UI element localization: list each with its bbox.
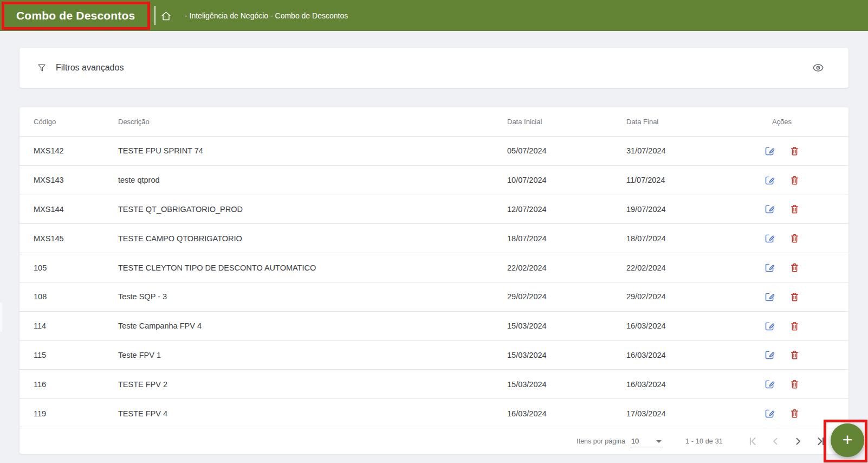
edit-button[interactable] — [763, 407, 776, 420]
add-button[interactable]: + — [831, 423, 864, 457]
cell-data-inicial: 15/03/2024 — [507, 380, 626, 389]
table-row: 116 TESTE FPV 2 15/03/2024 16/03/2024 — [20, 370, 848, 399]
trash-icon — [789, 408, 800, 419]
chevron-right-icon — [793, 436, 804, 447]
cell-data-inicial: 29/02/2024 — [507, 292, 626, 301]
cell-codigo: 119 — [34, 409, 118, 418]
edit-icon — [764, 203, 775, 215]
filter-icon — [37, 63, 47, 73]
edit-icon — [764, 408, 775, 419]
edit-button[interactable] — [763, 349, 776, 362]
table-row: MXS144 TESTE QT_OBRIGATORIO_PROD 12/07/2… — [20, 195, 848, 224]
cell-codigo: 114 — [34, 321, 118, 330]
cell-acoes — [746, 144, 848, 157]
table-row: 114 Teste Campanha FPV 4 15/03/2024 16/0… — [20, 312, 848, 341]
last-page-button[interactable] — [809, 430, 832, 452]
delete-button[interactable] — [788, 173, 801, 187]
advanced-filters-label: Filtros avançados — [56, 63, 124, 73]
cell-data-final: 19/07/2024 — [626, 205, 746, 214]
home-button[interactable] — [159, 9, 172, 22]
column-header-acoes: Ações — [746, 118, 848, 126]
cell-acoes — [746, 203, 848, 216]
table-header-row: Código Descrição Data Inicial Data Final… — [20, 107, 848, 137]
cell-acoes — [746, 319, 848, 332]
table-pagination: Itens por página 10 1 - 10 de 31 — [20, 428, 848, 454]
visibility-button[interactable] — [811, 60, 826, 75]
cell-acoes — [746, 232, 848, 245]
header-divider — [154, 6, 156, 25]
trash-icon — [789, 204, 800, 214]
cell-data-inicial: 10/07/2024 — [507, 176, 626, 184]
home-icon — [160, 10, 172, 22]
cell-codigo: MXS142 — [34, 146, 118, 155]
edit-icon — [764, 262, 775, 273]
cell-descricao: TESTE FPV 2 — [118, 380, 507, 389]
cell-codigo: 108 — [34, 292, 118, 301]
cell-codigo: MXS145 — [34, 234, 118, 243]
delete-button[interactable] — [788, 319, 801, 332]
cell-data-final: 16/03/2024 — [626, 380, 746, 389]
cell-descricao: TESTE CLEYTON TIPO DE DESCONTO AUTOMATIC… — [118, 263, 507, 272]
delete-button[interactable] — [788, 407, 801, 420]
cell-descricao: Teste FPV 1 — [118, 351, 507, 359]
cell-acoes — [746, 407, 848, 420]
next-page-button[interactable] — [787, 430, 809, 452]
trash-icon — [789, 379, 800, 389]
cell-descricao: TESTE FPU SPRINT 74 — [118, 146, 507, 155]
edit-icon — [764, 145, 775, 157]
cell-data-inicial: 05/07/2024 — [507, 146, 626, 155]
delete-button[interactable] — [788, 349, 801, 362]
annotation-rect-title: Combo de Descontos — [2, 2, 150, 30]
cell-data-final: 11/07/2024 — [626, 176, 746, 184]
cell-descricao: teste qtprod — [118, 176, 507, 184]
edit-button[interactable] — [763, 261, 776, 274]
cell-data-inicial: 18/07/2024 — [507, 234, 626, 243]
delete-button[interactable] — [788, 261, 801, 274]
cell-descricao: TESTE QT_OBRIGATORIO_PROD — [118, 205, 507, 214]
cell-codigo: 116 — [34, 380, 118, 389]
discount-combo-table: Código Descrição Data Inicial Data Final… — [20, 107, 848, 454]
top-bar: Combo de Descontos - Inteligência de Neg… — [0, 0, 868, 31]
delete-button[interactable] — [788, 290, 801, 303]
items-per-page-select[interactable]: 10 — [630, 435, 663, 447]
delete-button[interactable] — [788, 144, 801, 157]
previous-page-button[interactable] — [764, 430, 787, 452]
cell-acoes — [746, 378, 848, 391]
items-per-page-label: Itens por página — [576, 438, 625, 445]
edit-button[interactable] — [763, 378, 776, 391]
drawer-edge — [0, 303, 2, 332]
trash-icon — [789, 175, 800, 185]
table-row: 115 Teste FPV 1 15/03/2024 16/03/2024 — [20, 341, 848, 370]
cell-data-final: 18/07/2024 — [626, 234, 746, 243]
table-row: 105 TESTE CLEYTON TIPO DE DESCONTO AUTOM… — [20, 253, 848, 282]
table-row: MXS142 TESTE FPU SPRINT 74 05/07/2024 31… — [20, 137, 848, 166]
delete-button[interactable] — [788, 232, 801, 245]
eye-icon — [812, 62, 824, 74]
cell-data-final: 16/03/2024 — [626, 351, 746, 359]
cell-data-inicial: 15/03/2024 — [507, 351, 626, 359]
cell-codigo: MXS144 — [34, 205, 118, 214]
trash-icon — [789, 292, 800, 302]
edit-button[interactable] — [763, 144, 776, 157]
edit-button[interactable] — [763, 319, 776, 332]
edit-icon — [764, 378, 775, 390]
delete-button[interactable] — [788, 203, 801, 216]
cell-descricao: TESTE FPV 4 — [118, 409, 507, 418]
chevron-left-icon — [770, 436, 781, 447]
edit-button[interactable] — [763, 203, 776, 216]
cell-data-final: 22/02/2024 — [626, 263, 746, 272]
edit-button[interactable] — [763, 290, 776, 303]
edit-icon — [764, 320, 775, 332]
edit-button[interactable] — [763, 173, 776, 187]
table-row: 119 TESTE FPV 4 16/03/2024 17/03/2024 — [20, 399, 848, 428]
advanced-filters-toggle[interactable]: Filtros avançados — [37, 63, 124, 73]
first-page-button[interactable] — [741, 430, 764, 452]
plus-icon: + — [843, 431, 853, 448]
delete-button[interactable] — [788, 378, 801, 391]
column-header-descricao: Descrição — [118, 118, 507, 126]
chevron-down-icon — [656, 440, 662, 443]
cell-data-final: 16/03/2024 — [626, 321, 746, 330]
edit-button[interactable] — [763, 232, 776, 245]
cell-data-final: 29/02/2024 — [626, 292, 746, 301]
cell-acoes — [746, 349, 848, 362]
